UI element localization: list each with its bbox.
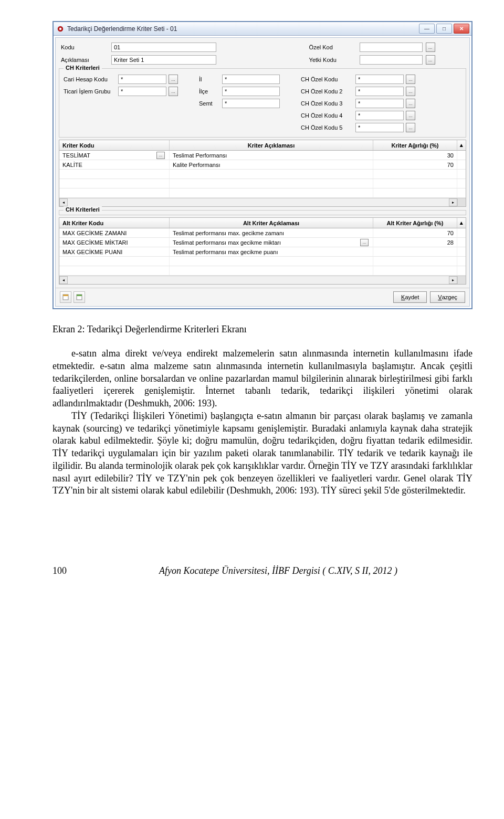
ch-ozel2-label: CH Özel Kodu 2 — [301, 88, 353, 94]
close-button[interactable]: ✕ — [454, 24, 469, 34]
ch-ozel5-label: CH Özel Kodu 5 — [301, 124, 353, 131]
ticari-islem-label: Ticari İşlem Grubu — [64, 88, 116, 94]
il-input[interactable]: * — [222, 75, 280, 84]
grid1-row[interactable]: TESLİMAT... Teslimat Performansı 30 — [59, 151, 466, 160]
ch-ozel5-input[interactable]: * — [355, 123, 404, 132]
ch-ozel2-input[interactable]: * — [355, 87, 404, 96]
ch-ozel4-browse-button[interactable]: ... — [406, 111, 415, 120]
grid2-row[interactable]: MAX GECİKME MİKTARI Teslimat performansı… — [59, 238, 466, 247]
grid2-cell: 70 — [373, 228, 457, 237]
ilce-input[interactable]: * — [222, 87, 280, 96]
page-number: 100 — [52, 565, 84, 576]
paragraph-2: TİY (Tedarikçi İlişkileri Yönetimi) başl… — [52, 410, 472, 497]
client-area: Kodu 01 Açıklaması Kriter Seti 1 Özel Ko… — [55, 37, 470, 307]
ticari-islem-browse-button[interactable]: ... — [169, 87, 178, 96]
grid1-cell: 70 — [373, 160, 457, 169]
ch-ozel3-browse-button[interactable]: ... — [406, 99, 415, 108]
ch-legend: CH Kriterleri — [64, 65, 102, 71]
ch-legend-2: CH Kriterleri — [64, 206, 102, 213]
grid2-row[interactable]: MAX GECİKME PUANI Teslimat performansı m… — [59, 247, 466, 257]
ch-ozel3-input[interactable]: * — [355, 99, 404, 108]
vazgec-button[interactable]: Vazgeç — [430, 291, 465, 303]
kriter-grid: Kriter Kodu Kriter Açıklaması Kriter Ağı… — [59, 140, 466, 207]
journal-citation: Afyon Kocatepe Üniversitesi, İİBF Dergis… — [84, 565, 472, 576]
svg-rect-3 — [63, 295, 68, 296]
scroll-left-icon[interactable]: ◂ — [59, 276, 68, 284]
grid2-cell: Teslimat performansı max gecikme miktarı — [173, 239, 281, 246]
grid2-head-agirlik[interactable]: Alt Kriter Ağırlığı (%) — [373, 218, 457, 228]
body-text: e-satın alma direkt ve/veya endirekt mal… — [52, 348, 472, 497]
grid1-cell-browse-button[interactable]: ... — [156, 152, 165, 159]
form-top: Kodu 01 Açıklaması Kriter Seti 1 Özel Ko… — [56, 38, 469, 66]
semt-label: Semt — [199, 100, 220, 107]
grid2-cell — [373, 247, 457, 256]
grid2-cell-browse-button[interactable]: ... — [360, 239, 369, 246]
scroll-left-icon[interactable]: ◂ — [59, 198, 68, 206]
svg-point-1 — [59, 27, 61, 29]
kodu-input[interactable]: 01 — [111, 43, 216, 52]
scroll-right-icon[interactable]: ▸ — [449, 276, 457, 284]
titlebar: Tedarikçi Değerlendirme Kriter Seti - 01… — [54, 22, 471, 36]
yetki-kodu-browse-button[interactable]: ... — [426, 55, 435, 65]
grid1-cell: 30 — [373, 151, 457, 160]
ch-ozel4-input[interactable]: * — [355, 111, 404, 120]
grid2-cell: 28 — [373, 238, 457, 247]
kaydet-button[interactable]: Kaydet — [393, 291, 427, 303]
screenshot-figure: Tedarikçi Değerlendirme Kriter Seti - 01… — [52, 21, 472, 309]
grid2-scroll-up[interactable]: ▴ — [457, 218, 466, 228]
aciklamasi-label: Açıklaması — [61, 57, 108, 63]
grid2-cell: Teslimat performansı max. gecikme zamanı — [170, 228, 373, 237]
ch-ozel3-label: CH Özel Kodu 3 — [301, 100, 353, 107]
ozel-kod-browse-button[interactable]: ... — [426, 43, 435, 52]
grid1-hscroll[interactable]: ◂ ▸ — [59, 198, 466, 206]
ch-ozel1-label: CH Özel Kodu — [301, 76, 353, 82]
app-icon — [57, 25, 64, 33]
yetki-kodu-label: Yetki Kodu — [309, 57, 356, 63]
figure-caption: Ekran 2: Tedarikçi Değerlendirme Kriterl… — [52, 324, 472, 335]
maximize-button[interactable]: □ — [436, 24, 452, 34]
grid1-head-kodu[interactable]: Kriter Kodu — [59, 140, 170, 150]
grid1-scroll-up[interactable]: ▴ — [457, 140, 466, 150]
ch-kriterleri-group: CH Kriterleri Cari Hesap Kodu * ... Tica… — [59, 68, 466, 138]
window-buttons: — □ ✕ — [419, 24, 471, 34]
yetki-kodu-input[interactable] — [360, 55, 423, 65]
minimize-button[interactable]: — — [419, 24, 435, 34]
grid2-cell: MAX GECİKME MİKTARI — [59, 238, 170, 247]
ch-ozel1-input[interactable]: * — [355, 75, 404, 84]
grid1-cell: TESLİMAT — [62, 152, 90, 159]
grid1-cell: Kalite Performansı — [170, 160, 373, 169]
grid1-head-agirlik[interactable]: Kriter Ağırlığı (%) — [373, 140, 457, 150]
alt-kriter-grid: Alt Kriter Kodu Alt Kriter Açıklaması Al… — [59, 217, 466, 285]
ticari-islem-input[interactable]: * — [118, 87, 166, 96]
grid1-row[interactable]: KALİTE Kalite Performansı 70 — [59, 160, 466, 170]
svg-rect-5 — [77, 295, 82, 296]
page-footer: 100 Afyon Kocatepe Üniversitesi, İİBF De… — [52, 565, 472, 576]
ch-kriterleri-group-2: CH Kriterleri — [59, 210, 466, 215]
toolbar-icon-1[interactable] — [60, 291, 71, 303]
cari-hesap-input[interactable]: * — [118, 75, 166, 84]
ch-ozel1-browse-button[interactable]: ... — [406, 75, 415, 84]
il-label: İl — [199, 76, 220, 82]
grid1-head-aciklama[interactable]: Kriter Açıklaması — [170, 140, 373, 150]
kodu-label: Kodu — [61, 44, 108, 50]
cari-hesap-browse-button[interactable]: ... — [169, 75, 178, 84]
grid2-head-aciklama[interactable]: Alt Kriter Açıklaması — [170, 218, 373, 228]
ozel-kod-input[interactable] — [360, 43, 423, 52]
grid2-head-kodu[interactable]: Alt Kriter Kodu — [59, 218, 170, 228]
grid1-cell: Teslimat Performansı — [170, 151, 373, 160]
ch-ozel4-label: CH Özel Kodu 4 — [301, 112, 353, 119]
app-window: Tedarikçi Değerlendirme Kriter Seti - 01… — [52, 21, 472, 309]
grid2-cell: Teslimat performansı max gecikme puanı — [170, 247, 373, 256]
ozel-kod-label: Özel Kod — [309, 44, 356, 50]
ch-ozel5-browse-button[interactable]: ... — [406, 123, 415, 132]
grid2-hscroll[interactable]: ◂ ▸ — [59, 276, 466, 284]
ch-ozel2-browse-button[interactable]: ... — [406, 87, 415, 96]
grid1-cell: KALİTE — [59, 160, 170, 169]
aciklamasi-input[interactable]: Kriter Seti 1 — [111, 55, 216, 65]
toolbar-icon-2[interactable] — [74, 291, 85, 303]
semt-input[interactable]: * — [222, 99, 280, 108]
scroll-right-icon[interactable]: ▸ — [449, 198, 457, 206]
grid2-row[interactable]: MAX GECİKME ZAMANI Teslimat performansı … — [59, 228, 466, 238]
grid2-cell: MAX GECİKME PUANI — [59, 247, 170, 256]
ilce-label: İlçe — [199, 88, 220, 94]
